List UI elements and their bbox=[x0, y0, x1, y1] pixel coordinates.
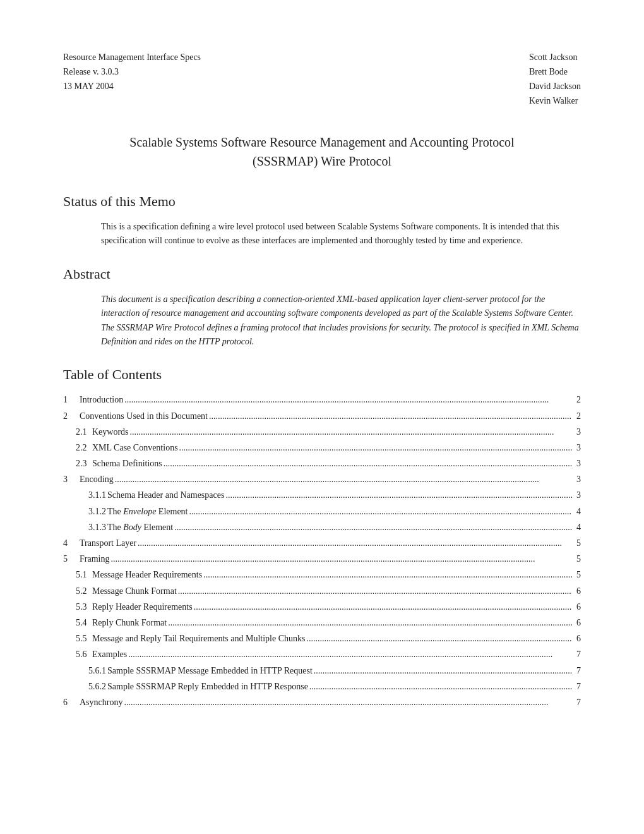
header-title: Resource Management Interface Specs bbox=[63, 51, 201, 64]
toc-entry: 5.4Reply Chunk Format...................… bbox=[63, 615, 581, 631]
toc-entry-page: 3 bbox=[572, 471, 581, 487]
toc-entry-dots: ........................................… bbox=[129, 424, 572, 440]
toc-entry-num: 2.3 bbox=[63, 456, 92, 471]
toc-entry-page: 6 bbox=[572, 583, 581, 599]
toc-entry: 5.3Reply Header Requirements............… bbox=[63, 599, 581, 615]
author-1: Scott Jackson bbox=[529, 51, 581, 64]
toc-entry-dots: ........................................… bbox=[178, 440, 572, 456]
toc-entry-num: 5.4 bbox=[63, 615, 92, 631]
abstract-section: Abstract This document is a specificatio… bbox=[63, 266, 581, 349]
toc-entry-page: 3 bbox=[572, 456, 581, 471]
toc-entry: 5Framing................................… bbox=[63, 551, 581, 567]
document-header: Resource Management Interface Specs Rele… bbox=[63, 51, 581, 107]
toc-entry-label: Schema Definitions bbox=[92, 456, 162, 471]
toc-entry-num: 5 bbox=[63, 551, 80, 567]
abstract-heading: Abstract bbox=[63, 266, 581, 282]
toc-entry-dots: ........................................… bbox=[122, 694, 572, 710]
toc-entry-page: 4 bbox=[572, 519, 581, 535]
toc-entry-num: 2 bbox=[63, 408, 80, 424]
toc-entry-page: 3 bbox=[572, 440, 581, 456]
toc-entry-dots: ........................................… bbox=[177, 583, 572, 599]
page: Resource Management Interface Specs Rele… bbox=[0, 0, 644, 834]
status-memo-section: Status of this Memo This is a specificat… bbox=[63, 193, 581, 248]
toc-entry-page: 6 bbox=[572, 631, 581, 646]
toc-entry-dots: ........................................… bbox=[167, 615, 572, 631]
toc-entry-num: 5.6 bbox=[63, 646, 92, 662]
toc-entry-num: 2.2 bbox=[63, 440, 92, 456]
toc-entry-label: Sample SSSRMAP Reply Embedded in HTTP Re… bbox=[107, 679, 308, 694]
toc-entry-page: 6 bbox=[572, 599, 581, 615]
toc-section: Table of Contents 1Introduction.........… bbox=[63, 366, 581, 710]
toc-entry-page: 5 bbox=[572, 535, 581, 551]
header-left: Resource Management Interface Specs Rele… bbox=[63, 51, 201, 107]
status-memo-heading: Status of this Memo bbox=[63, 193, 581, 210]
toc-entry-label: Introduction bbox=[80, 392, 123, 408]
toc-entry-label: Transport Layer bbox=[80, 535, 136, 551]
toc-entry: 5.6.2Sample SSSRMAP Reply Embedded in HT… bbox=[63, 679, 581, 694]
toc-entry-page: 4 bbox=[572, 504, 581, 519]
toc-entry: 5.5Message and Reply Tail Requirements a… bbox=[63, 631, 581, 646]
toc-entry: 6Asynchrony.............................… bbox=[63, 694, 581, 710]
toc-entry-page: 5 bbox=[572, 567, 581, 583]
header-date: 13 MAY 2004 bbox=[63, 80, 201, 93]
toc-entry-num: 5.3 bbox=[63, 599, 92, 615]
toc-entry: 3.1.3The Body Element...................… bbox=[63, 519, 581, 535]
toc-entry-page: 6 bbox=[572, 615, 581, 631]
toc-entry-num: 5.2 bbox=[63, 583, 92, 599]
toc-entry-page: 3 bbox=[572, 424, 581, 440]
toc-entry-dots: ........................................… bbox=[109, 551, 572, 567]
toc-entry-page: 7 bbox=[572, 679, 581, 694]
toc-entry-label: Reply Chunk Format bbox=[92, 615, 167, 631]
toc-entry: 2.1Keywords.............................… bbox=[63, 424, 581, 440]
toc-entry-dots: ........................................… bbox=[162, 456, 572, 471]
toc-entry-label: XML Case Conventions bbox=[92, 440, 178, 456]
abstract-body: This document is a specification describ… bbox=[101, 293, 581, 349]
toc-entry-label: Encoding bbox=[80, 471, 114, 487]
toc-entry-dots: ........................................… bbox=[193, 599, 572, 615]
toc-entry: 5.6.1Sample SSSRMAP Message Embedded in … bbox=[63, 663, 581, 679]
toc-entry-label: Examples bbox=[92, 646, 127, 662]
toc-entry: 1Introduction...........................… bbox=[63, 392, 581, 408]
toc-entry-dots: ........................................… bbox=[202, 567, 572, 583]
toc-entry: 3Encoding...............................… bbox=[63, 471, 581, 487]
toc-entry-label: Conventions Used in this Document bbox=[80, 408, 208, 424]
toc-entry-dots: ........................................… bbox=[208, 408, 572, 424]
toc-entry-num: 1 bbox=[63, 392, 80, 408]
doc-title-text: Scalable Systems Software Resource Manag… bbox=[63, 133, 581, 171]
toc-entry-label: Reply Header Requirements bbox=[92, 599, 193, 615]
toc-entry-page: 5 bbox=[572, 551, 581, 567]
toc-entry-num: 6 bbox=[63, 694, 80, 710]
toc-entry-dots: ........................................… bbox=[136, 535, 572, 551]
toc-entry-num: 5.1 bbox=[63, 567, 92, 583]
toc-entry-dots: ........................................… bbox=[127, 646, 572, 662]
toc-entry-num: 3.1.3 bbox=[63, 519, 107, 535]
toc-entry-num: 2.1 bbox=[63, 424, 92, 440]
toc-entry-num: 4 bbox=[63, 535, 80, 551]
toc-entry-label: Message Chunk Format bbox=[92, 583, 177, 599]
toc-entry: 2.3Schema Definitions...................… bbox=[63, 456, 581, 471]
toc-entry-label: Framing bbox=[80, 551, 109, 567]
toc-entry: 5.2Message Chunk Format.................… bbox=[63, 583, 581, 599]
toc-heading: Table of Contents bbox=[63, 366, 581, 383]
toc-entry-dots: ........................................… bbox=[173, 519, 572, 535]
toc-entry: 3.1.2The Envelope Element...............… bbox=[63, 504, 581, 519]
toc-entry-dots: ........................................… bbox=[305, 631, 572, 646]
toc-entry: 2.2XML Case Conventions.................… bbox=[63, 440, 581, 456]
toc-entry-num: 3 bbox=[63, 471, 80, 487]
toc-entry-page: 7 bbox=[572, 663, 581, 679]
document-title: Scalable Systems Software Resource Manag… bbox=[63, 133, 581, 171]
toc-entry-label: Message and Reply Tail Requirements and … bbox=[92, 631, 305, 646]
toc-entry: 3.1.1Schema Header and Namespaces.......… bbox=[63, 487, 581, 503]
toc-entry: 2Conventions Used in this Document......… bbox=[63, 408, 581, 424]
toc-entry-num: 3.1.1 bbox=[63, 487, 107, 503]
header-right: Scott Jackson Brett Bode David Jackson K… bbox=[529, 51, 581, 107]
author-4: Kevin Walker bbox=[529, 94, 581, 107]
toc-entry-num: 5.6.1 bbox=[63, 663, 107, 679]
toc-entry-dots: ........................................… bbox=[224, 487, 572, 503]
toc-entry-page: 2 bbox=[572, 408, 581, 424]
toc-entry-num: 3.1.2 bbox=[63, 504, 107, 519]
author-3: David Jackson bbox=[529, 80, 581, 93]
toc-entry-num: 5.6.2 bbox=[63, 679, 107, 694]
toc-entry-label: The Envelope Element bbox=[107, 504, 188, 519]
toc-entry-dots: ........................................… bbox=[308, 679, 572, 694]
